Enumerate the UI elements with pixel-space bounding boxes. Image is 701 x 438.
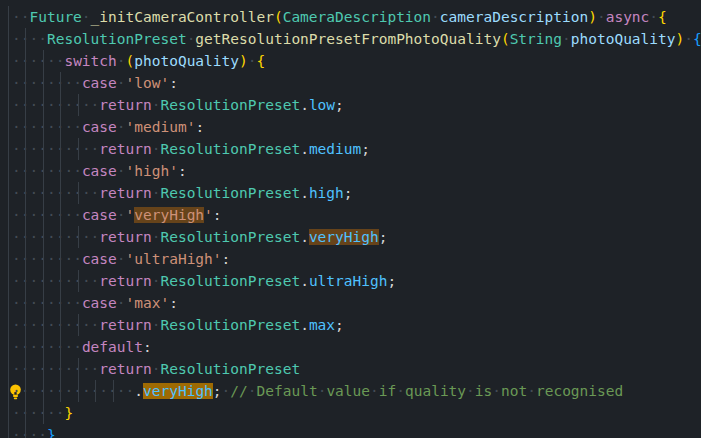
indent-guide	[25, 402, 26, 424]
code-line[interactable]: ········case·'max':	[12, 292, 701, 314]
code-token: (	[274, 9, 283, 25]
whitespace-dot: ·	[64, 119, 73, 135]
code-token: .	[300, 317, 309, 333]
code-token: ResolutionPreset	[160, 273, 300, 289]
whitespace-dot: ·	[29, 295, 38, 311]
code-token: ResolutionPreset	[160, 229, 300, 245]
code-token: ResolutionPreset	[160, 185, 300, 201]
whitespace-dot: ·	[64, 295, 73, 311]
whitespace-dot: ·	[12, 9, 21, 25]
code-line[interactable]: ········case·'medium':	[12, 116, 701, 138]
code-token: :	[143, 339, 152, 355]
code-token: :	[169, 295, 178, 311]
code-line[interactable]: ····ResolutionPreset·getResolutionPreset…	[12, 28, 701, 50]
whitespace-dot: ·	[82, 97, 91, 113]
code-token: _initCameraController	[91, 9, 274, 25]
whitespace-dot: ·	[126, 383, 135, 399]
whitespace-dot: ·	[248, 383, 257, 399]
whitespace-dot: ·	[492, 383, 501, 399]
indent-guide	[25, 292, 26, 314]
code-line[interactable]: ········case·'ultraHigh':	[12, 248, 701, 270]
code-token: ;·	[213, 383, 230, 399]
whitespace-dot: ·	[12, 383, 21, 399]
indent-guide	[25, 160, 26, 182]
whitespace-dot: ·	[396, 383, 405, 399]
whitespace-dot: ·	[12, 185, 21, 201]
code-line[interactable]: ········default:	[12, 336, 701, 358]
indent-guide	[25, 204, 26, 226]
code-line[interactable]: ··········return·ResolutionPreset.ultraH…	[12, 270, 701, 292]
code-token: '	[204, 207, 213, 223]
code-line[interactable]: ··········return·ResolutionPreset.max;	[12, 314, 701, 336]
code-line[interactable]: ··········return·ResolutionPreset.high;	[12, 182, 701, 204]
indent-guide	[25, 358, 26, 380]
whitespace-dot: ·	[12, 163, 21, 179]
indent-guide	[25, 248, 26, 270]
indent-guide	[43, 50, 44, 72]
indent-guide	[60, 138, 61, 160]
whitespace-dot: ·	[73, 207, 82, 223]
whitespace-dot: ·	[527, 383, 536, 399]
indent-guide	[43, 94, 44, 116]
code-line[interactable]: ··········return·ResolutionPreset.low;	[12, 94, 701, 116]
whitespace-dot: ·	[466, 383, 475, 399]
whitespace-dot: ·	[82, 141, 91, 157]
whitespace-dot: ·	[12, 405, 21, 421]
whitespace-dot: ·	[12, 361, 21, 377]
whitespace-dot: ·	[12, 97, 21, 113]
whitespace-dot: ·	[64, 185, 73, 201]
indent-guide	[8, 336, 9, 358]
whitespace-dot: ·	[47, 361, 56, 377]
whitespace-dot: ·	[12, 427, 21, 438]
code-token: //·Default·value·if·quality·is·not·recog…	[230, 383, 623, 399]
whitespace-dot: ·	[29, 207, 38, 223]
whitespace-dot: ·	[73, 75, 82, 91]
code-token: :	[195, 119, 204, 135]
code-line[interactable]: ······switch·(photoQuality)·{	[12, 50, 701, 72]
whitespace-dot: ·	[82, 383, 91, 399]
whitespace-dot: ·	[47, 75, 56, 91]
code-token: cameraDescription	[440, 9, 588, 25]
whitespace-dot: ·	[73, 339, 82, 355]
whitespace-dot: ·	[117, 295, 126, 311]
code-line[interactable]: ······}	[12, 402, 701, 424]
code-token: )	[676, 31, 685, 47]
whitespace-dot: ·	[12, 251, 21, 267]
code-token: ·	[248, 53, 257, 69]
code-line[interactable]: ··Future·_initCameraController(CameraDes…	[12, 6, 701, 28]
indent-guide	[60, 94, 61, 116]
code-line[interactable]: ········case·'high':	[12, 160, 701, 182]
whitespace-dot: ·	[64, 207, 73, 223]
code-line[interactable]: ··········return·ResolutionPreset.veryHi…	[12, 226, 701, 248]
indent-guide	[60, 116, 61, 138]
indent-guide	[43, 336, 44, 358]
code-token: ResolutionPreset	[160, 141, 300, 157]
code-line[interactable]: ········case·'low':	[12, 72, 701, 94]
whitespace-dot: ·	[29, 317, 38, 333]
whitespace-dot: ·	[64, 97, 73, 113]
code-line[interactable]: ··········return·ResolutionPreset	[12, 358, 701, 380]
code-token: {	[257, 53, 266, 69]
code-editor[interactable]: ··Future·_initCameraController(CameraDes…	[0, 0, 701, 438]
whitespace-dot: ·	[29, 405, 38, 421]
whitespace-dot: ·	[12, 317, 21, 333]
code-line[interactable]: ··········return·ResolutionPreset.medium…	[12, 138, 701, 160]
whitespace-dot: ·	[12, 295, 21, 311]
whitespace-dot: ·	[12, 273, 21, 289]
indent-guide	[43, 402, 44, 424]
whitespace-dot: ·	[29, 427, 38, 438]
indent-guide	[43, 270, 44, 292]
indent-guide	[8, 402, 9, 424]
whitespace-dot: ·	[117, 119, 126, 135]
code-token: return·	[99, 361, 160, 377]
whitespace-dot: ·	[318, 383, 327, 399]
code-token: case·	[82, 251, 126, 267]
code-line[interactable]: ··············.veryHigh;·//·Default·valu…	[12, 380, 701, 402]
code-line[interactable]: ····}	[12, 424, 701, 438]
whitespace-dot: ·	[47, 405, 56, 421]
code-line[interactable]: ········case·'veryHigh':	[12, 204, 701, 226]
whitespace-dot: ·	[82, 317, 91, 333]
code-token: case·	[82, 75, 126, 91]
code-token: default	[82, 339, 143, 355]
whitespace-dot: ·	[64, 75, 73, 91]
